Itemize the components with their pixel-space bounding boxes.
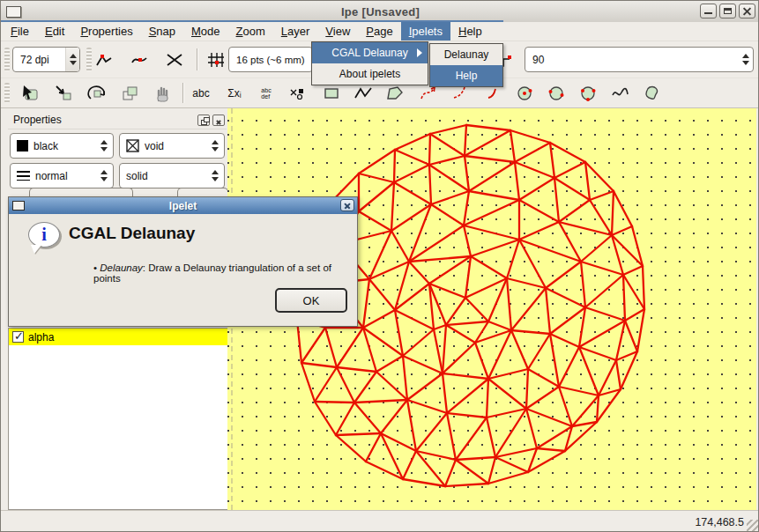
menu-file[interactable]: File <box>3 22 37 41</box>
hidden-button[interactable] <box>177 188 228 196</box>
menu-mode[interactable]: Mode <box>183 22 228 41</box>
resolution-value: 72 dpi <box>20 54 49 66</box>
void-fill-icon <box>126 139 139 152</box>
marks-tool-icon[interactable] <box>286 83 309 104</box>
menu-bar: File Edit Properties Snap Mode Zoom Laye… <box>1 22 759 41</box>
menu-help[interactable]: Help <box>450 22 490 41</box>
freehand-tool-icon[interactable] <box>609 83 632 104</box>
dash-style-combo[interactable]: solid <box>119 163 225 188</box>
dialog-heading: CGAL Delaunay <box>69 224 195 243</box>
menu-item-about-ipelets[interactable]: About ipelets <box>312 63 428 85</box>
circle-diameter-tool-icon[interactable] <box>546 83 569 104</box>
select-tool-icon[interactable] <box>19 83 41 104</box>
window-title: Ipe [Unsaved] <box>1 5 759 18</box>
toolbar-separator <box>197 48 197 70</box>
minimize-button[interactable] <box>700 4 717 18</box>
rotate-tool-icon[interactable] <box>86 83 108 104</box>
grid-size-combo[interactable]: 16 pts (~6 mm) <box>228 47 313 72</box>
translate-tool-icon[interactable] <box>52 83 75 104</box>
layer-checkbox[interactable] <box>12 331 24 343</box>
pan-tool-icon[interactable] <box>151 83 174 104</box>
toolbar-grip[interactable] <box>4 83 10 103</box>
resize-grip[interactable] <box>747 520 759 532</box>
snap-boundary-icon[interactable] <box>128 49 151 70</box>
stroke-color-swatch-icon <box>17 140 28 151</box>
dialog-close-icon[interactable] <box>340 199 354 211</box>
menu-zoom[interactable]: Zoom <box>228 22 273 41</box>
angle-combo[interactable]: 90 <box>525 47 754 72</box>
menu-snap[interactable]: Snap <box>141 22 183 41</box>
menu-page[interactable]: Page <box>358 22 400 41</box>
panel-close-icon[interactable] <box>212 115 225 126</box>
cursor-coordinates: 174,468.5 <box>695 516 744 528</box>
menu-edit[interactable]: Edit <box>37 22 72 41</box>
circle-center-tool-icon[interactable] <box>514 83 537 104</box>
menu-item-delaunay[interactable]: Delaunay <box>430 44 502 65</box>
menu-item-help[interactable]: Help <box>430 65 502 86</box>
stretch-tool-icon[interactable] <box>119 83 142 104</box>
snap-intersection-icon[interactable] <box>163 49 186 70</box>
ipelet-dialog: Ipelet CGAL Delaunay • Delaunay: Draw a … <box>8 196 358 327</box>
menu-item-cgal-delaunay[interactable]: CGAL Delaunay <box>312 42 428 63</box>
toolbar-separator <box>182 83 183 103</box>
maximize-button[interactable] <box>719 4 736 18</box>
properties-panel-header[interactable]: Properties <box>8 111 227 129</box>
cgal-delaunay-submenu: Delaunay Help <box>429 43 503 87</box>
layer-row-alpha[interactable]: alpha <box>9 329 227 345</box>
stroke-color-combo[interactable]: black <box>10 133 114 159</box>
angle-value: 90 <box>532 54 544 66</box>
splinegon-tool-icon[interactable] <box>641 83 664 104</box>
circle-3points-tool-icon[interactable] <box>577 83 600 104</box>
snap-grid-icon[interactable] <box>204 49 227 70</box>
label-tool-icon[interactable]: abc <box>190 83 212 104</box>
grid-size-value: 16 pts (~6 mm) <box>236 55 305 65</box>
fill-combo[interactable]: void <box>119 133 225 159</box>
menu-layer[interactable]: Layer <box>273 22 318 41</box>
rectangle-tool-icon[interactable] <box>320 83 343 104</box>
pen-width-icon <box>17 171 30 181</box>
paragraph-tool-icon[interactable]: abc def <box>255 83 278 104</box>
ok-button[interactable]: OK <box>275 288 347 313</box>
dialog-description: • Delaunay: Draw a Delaunay triangulatio… <box>93 262 348 284</box>
ipe-window: { "window": { "title": "Ipe [Unsaved]" }… <box>0 0 759 532</box>
polyline-tool-icon[interactable] <box>352 83 375 104</box>
dialog-title-bar[interactable]: Ipelet <box>9 197 357 214</box>
dialog-title: Ipelet <box>9 200 357 212</box>
info-icon <box>28 222 60 248</box>
hidden-button[interactable] <box>29 188 133 196</box>
layer-list: alpha <box>8 328 228 510</box>
toolbar-grip[interactable] <box>86 48 92 71</box>
menu-view[interactable]: View <box>317 22 358 41</box>
math-tool-icon[interactable]: Σxᵢ <box>223 83 246 104</box>
resolution-spinbox[interactable]: 72 dpi <box>12 47 80 72</box>
properties-panel-title: Properties <box>8 114 62 126</box>
panel-float-icon[interactable] <box>197 115 210 126</box>
snap-vertex-icon[interactable] <box>93 49 115 70</box>
status-bar: 174,468.5 <box>1 510 759 532</box>
pen-width-combo[interactable]: normal <box>10 163 114 188</box>
polygon-tool-icon[interactable] <box>383 83 406 104</box>
layer-name: alpha <box>28 331 54 344</box>
toolbar-grip[interactable] <box>4 48 10 71</box>
submenu-arrow-icon <box>417 48 422 57</box>
close-button[interactable] <box>739 4 755 18</box>
menu-properties[interactable]: Properties <box>72 22 140 41</box>
menu-ipelets[interactable]: Ipelets <box>401 22 450 41</box>
ipelets-dropdown-menu: CGAL Delaunay About ipelets <box>311 41 428 85</box>
title-bar[interactable]: Ipe [Unsaved] <box>1 1 759 22</box>
